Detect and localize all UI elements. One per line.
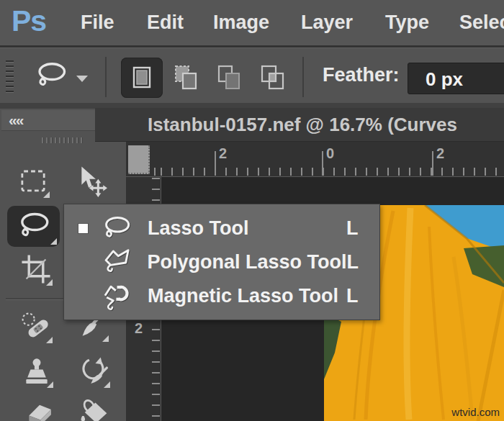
subtract-from-selection-icon — [215, 63, 245, 93]
add-to-selection-icon — [171, 63, 202, 93]
options-bar: Feather: 0 px — [0, 47, 504, 103]
add-to-selection-button[interactable] — [166, 58, 207, 98]
tool-flyout-corner — [104, 381, 110, 388]
tool-flyout-corner — [43, 191, 50, 198]
menu-layer[interactable]: Layer — [301, 11, 353, 35]
menu-image[interactable]: Image — [213, 11, 269, 35]
menu-select[interactable]: Selec — [459, 11, 504, 35]
document-tab[interactable]: Istanbul-0157.nef @ 16.7% (Curves — [95, 108, 504, 142]
tool-preset-picker[interactable] — [33, 58, 94, 94]
history-brush-tool[interactable] — [76, 354, 111, 389]
intersect-selection-icon — [258, 63, 288, 93]
panel-grip[interactable] — [42, 137, 85, 143]
ruler-label: 2 — [219, 145, 227, 162]
horizontal-ruler[interactable]: 2 0 2 — [126, 142, 504, 177]
tool-flyout-corner — [102, 335, 109, 342]
menu-item-polygonal-lasso-tool[interactable]: Polygonal Lasso Tool L — [64, 245, 379, 279]
shortcut-key: L — [346, 251, 379, 273]
eraser-tool[interactable] — [22, 397, 57, 421]
spot-healing-brush-tool[interactable] — [19, 309, 53, 344]
menu-bar: Ps File Edit Image Layer Type Selec — [0, 0, 504, 47]
options-divider — [105, 57, 107, 97]
photoshop-window: Ps File Edit Image Layer Type Selec — [0, 0, 504, 421]
chevron-down-icon — [76, 76, 88, 82]
shortcut-key: L — [346, 285, 379, 307]
photoshop-logo: Ps — [12, 4, 46, 38]
lasso-icon — [99, 214, 135, 243]
lasso-icon — [33, 60, 69, 93]
new-selection-icon — [127, 63, 156, 92]
selected-tool-indicator — [78, 224, 88, 233]
lasso-tool[interactable] — [7, 206, 60, 247]
ruler-label: 0 — [326, 145, 334, 162]
paint-bucket-icon — [78, 397, 109, 421]
lasso-icon — [16, 211, 52, 243]
crop-tool[interactable] — [19, 252, 53, 286]
menu-item-lasso-tool[interactable]: Lasso Tool L — [64, 212, 379, 245]
tool-flyout-corner — [50, 238, 57, 245]
feather-label: Feather: — [323, 64, 400, 86]
menu-file[interactable]: File — [81, 11, 114, 35]
gradient-tool[interactable] — [76, 395, 111, 421]
watermark: wtvid.com — [451, 406, 500, 418]
move-icon — [74, 164, 107, 197]
lasso-flyout-menu: Lasso Tool L Polygonal Lasso Tool L — [63, 204, 380, 320]
intersect-selection-button[interactable] — [252, 58, 294, 98]
feather-input[interactable]: 0 px — [408, 63, 504, 94]
magnetic-lasso-icon — [99, 282, 135, 311]
new-selection-button[interactable] — [121, 58, 163, 98]
menu-edit[interactable]: Edit — [147, 11, 184, 35]
tool-flyout-corner — [47, 381, 53, 388]
tool-flyout-corner — [46, 279, 53, 286]
menu-type[interactable]: Type — [385, 11, 429, 35]
polygonal-lasso-icon — [99, 248, 135, 277]
panel-collapse-button[interactable]: «« — [1, 110, 95, 131]
ruler-ticks — [152, 168, 504, 176]
clone-stamp-tool[interactable] — [19, 354, 54, 389]
ruler-label: 2 — [436, 145, 444, 162]
subtract-from-selection-button[interactable] — [209, 58, 251, 98]
rectangular-marquee-tool[interactable] — [16, 164, 50, 199]
menu-item-magnetic-lasso-tool[interactable]: Magnetic Lasso Tool L — [64, 279, 379, 313]
options-divider — [302, 57, 304, 97]
ruler-label: 2 — [135, 320, 143, 337]
ruler-origin-box[interactable] — [128, 145, 150, 174]
move-tool[interactable] — [73, 163, 108, 198]
shortcut-key: L — [346, 217, 379, 240]
options-bar-grip[interactable] — [6, 60, 14, 94]
tool-flyout-corner — [46, 337, 53, 343]
eraser-icon — [24, 398, 55, 421]
